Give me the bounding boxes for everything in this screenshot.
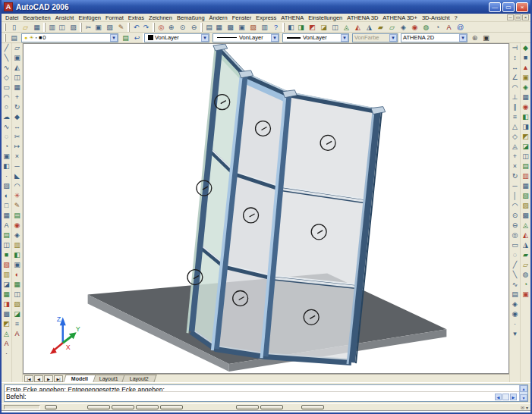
layer-manager-icon[interactable]: ▤ (8, 33, 20, 42)
snap-arc-icon[interactable]: ◠ (510, 201, 520, 211)
athena-3d-tool-icon[interactable]: ◫ (521, 152, 530, 162)
athena-3d-tool-icon[interactable]: ◪ (521, 142, 530, 152)
athena-tool-icon[interactable]: ▧ (2, 260, 11, 270)
athena-tool-icon[interactable]: ◮ (364, 23, 375, 32)
new-icon[interactable]: ▯ (8, 23, 20, 32)
athena-tool-icon[interactable]: ▥ (12, 240, 22, 250)
osnap-menu-icon[interactable]: ▾ (510, 329, 520, 339)
paste-icon[interactable]: ▧ (104, 23, 115, 32)
snap-spline-icon[interactable]: ∿ (510, 280, 520, 290)
menu-item[interactable]: Einstellungen (306, 14, 345, 21)
status-toggle[interactable] (160, 405, 183, 409)
designcenter-icon[interactable]: ▦ (213, 23, 225, 32)
scroll-down-icon[interactable]: ▼ (520, 394, 527, 401)
chevron-down-icon[interactable]: ▼ (110, 34, 118, 42)
doc-restore-button[interactable]: ▭ (515, 14, 521, 20)
athena-tool-icon[interactable]: ▱ (386, 23, 398, 32)
athena-tool-icon[interactable]: ✎ (12, 201, 22, 211)
rotate-icon[interactable]: ↻ (12, 102, 22, 112)
restore-button[interactable]: ▭ (502, 2, 515, 12)
athena-3d-tool-icon[interactable]: ◬ (521, 221, 530, 231)
command-scrollbar[interactable]: ▲ ▼ (519, 385, 527, 401)
break-icon[interactable]: × (12, 152, 22, 162)
athena-tool-icon[interactable]: ▤ (12, 211, 22, 221)
publish-icon[interactable]: ▨ (68, 23, 79, 32)
sheetset-manager-icon[interactable]: ▣ (236, 23, 247, 32)
point-style-icon[interactable]: · (2, 349, 11, 359)
athena-tool-icon[interactable]: ▣ (12, 260, 22, 270)
doc-close-button[interactable]: × (522, 14, 529, 20)
menu-item[interactable]: Ändern (207, 14, 230, 21)
osnap-point-icon[interactable]: ◉ (510, 309, 520, 319)
menu-item[interactable]: ATHENA (279, 14, 306, 21)
lineweight-combobox[interactable]: VonLayer ▼ (282, 33, 349, 42)
athena-tool-icon[interactable]: ◫ (2, 240, 11, 250)
plot-icon[interactable]: ▥ (45, 23, 56, 32)
region-icon[interactable]: □ (2, 201, 11, 211)
snap-ellipse-icon[interactable]: ◌ (510, 250, 520, 260)
athena-3d-tool-icon[interactable]: ◆ (521, 43, 530, 53)
snap-intersection-icon[interactable]: × (510, 162, 520, 171)
toolbar-grip[interactable] (4, 34, 6, 42)
status-toggle[interactable] (87, 405, 110, 409)
athena-tool-icon[interactable]: ◔ (432, 23, 443, 32)
athena-3d-tool-icon[interactable]: ◨ (521, 122, 530, 132)
menu-item[interactable]: Einfügen (76, 14, 103, 21)
athena-tool-icon[interactable]: ▦ (12, 280, 22, 290)
dim-ordinate-icon[interactable]: ◬ (510, 142, 520, 152)
status-toggle[interactable] (136, 405, 159, 409)
color-combobox[interactable]: VonLayer ▼ (144, 33, 209, 42)
athena-profile-combobox[interactable]: ATHENA 2D ▼ (401, 33, 467, 42)
pan-icon[interactable]: ◎ (154, 23, 165, 32)
dim-baseline-icon[interactable]: ≡ (510, 112, 520, 122)
athena-3d-tool-icon[interactable]: ◔ (521, 280, 530, 290)
doc-minimize-button[interactable]: ─ (507, 14, 514, 20)
status-toggle[interactable] (112, 405, 134, 409)
chamfer-icon[interactable]: ◣ (12, 171, 22, 181)
scroll-left-icon[interactable]: ◀ (495, 394, 502, 400)
insert-block-icon[interactable]: ▣ (2, 152, 11, 162)
menu-item[interactable]: Extras (126, 14, 146, 21)
open-icon[interactable]: ▱ (20, 23, 31, 32)
trim-icon[interactable]: ✂ (12, 132, 22, 142)
circle-icon[interactable]: ○ (2, 102, 11, 112)
move-icon[interactable]: + (12, 93, 22, 102)
athena-3d-tool-icon[interactable]: ◮ (521, 240, 530, 250)
athena-3d-tool-icon[interactable]: ▦ (521, 181, 530, 191)
status-toggle[interactable] (45, 405, 57, 409)
dim-parallel-icon[interactable]: ∥ (510, 102, 520, 112)
snap-circle-icon[interactable]: ⊙ (510, 211, 520, 221)
athena-3d-tool-icon[interactable]: ◧ (521, 112, 530, 122)
layer-combobox[interactable]: ●☀▪■ 0 ▼ (21, 33, 118, 42)
chevron-down-icon[interactable]: ▼ (459, 34, 467, 42)
command-prompt[interactable]: Befehl: (6, 393, 495, 400)
athena-tool-icon[interactable]: ◈ (12, 231, 22, 240)
athena-3d-tool-icon[interactable]: ◩ (521, 132, 530, 142)
copy-icon[interactable]: ▣ (12, 53, 22, 63)
athena-tool-icon[interactable]: ◩ (307, 23, 318, 32)
athena-tool-icon[interactable]: ◬ (341, 23, 352, 32)
dim-perpendicular-icon[interactable]: ⊥ (510, 93, 520, 102)
snap-center-icon[interactable]: + (510, 152, 520, 162)
athena-view-icon[interactable]: ▣ (480, 33, 492, 42)
mtext-icon[interactable]: A (2, 221, 11, 231)
athena-text-icon[interactable]: A (12, 329, 22, 339)
layer-previous-icon[interactable]: ↩ (131, 33, 143, 42)
fillet-icon[interactable]: ◠ (12, 181, 22, 191)
copy-icon[interactable]: ▣ (93, 23, 104, 32)
menu-item[interactable]: Bearbeiten (21, 14, 53, 21)
mirror-icon[interactable]: ◭ (12, 63, 22, 73)
layout-tab[interactable]: Layout2 (121, 375, 156, 382)
undo-icon[interactable]: ↶ (129, 23, 140, 32)
snap-line-icon[interactable]: ─ (510, 181, 520, 191)
athena-3d-tool-icon[interactable]: ▦ (521, 93, 530, 102)
ellipse-arc-icon[interactable]: ◔ (2, 142, 11, 152)
athena-3d-tool-icon[interactable]: ◈ (521, 83, 530, 93)
point-icon[interactable]: · (2, 171, 11, 181)
extend-icon[interactable]: ↦ (12, 142, 22, 152)
osnap-marker-icon[interactable]: ◈ (510, 300, 520, 309)
dim-diameter-icon[interactable]: ◇ (510, 132, 520, 142)
status-toggle[interactable] (260, 405, 283, 409)
snap-node-icon[interactable]: ⊖ (510, 221, 520, 231)
athena-tool-icon[interactable]: ◩ (2, 319, 11, 329)
